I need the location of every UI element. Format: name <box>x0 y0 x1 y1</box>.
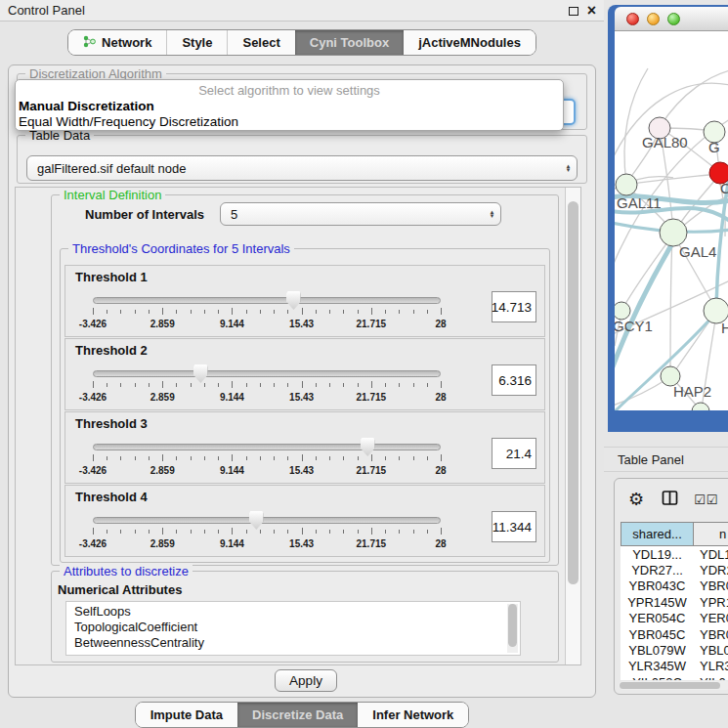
bottom-tab-label: Discretize Data <box>252 707 343 722</box>
table-row[interactable]: YPR145WYPR1 <box>621 594 728 610</box>
tab-label: Cyni Toolbox <box>310 35 389 50</box>
network-edge[interactable] <box>622 235 673 309</box>
column-header-2[interactable]: n <box>694 522 728 546</box>
horizontal-scrollbar-thumb[interactable] <box>620 682 720 689</box>
close-icon[interactable]: × <box>587 3 596 19</box>
threshold-value-field[interactable]: 6.316 <box>492 364 536 396</box>
table-row[interactable]: YDR27...YDR2 <box>621 562 728 578</box>
attributes-scrollbar[interactable] <box>507 604 518 653</box>
bottom-tab-infer-network[interactable]: Infer Network <box>358 703 468 727</box>
slider-track[interactable] <box>93 517 441 524</box>
table-row[interactable]: YBL079WYBL0 <box>621 642 728 658</box>
numerical-attributes-label: Numerical Attributes <box>58 582 182 597</box>
threshold-slider[interactable]: -3.4262.8599.14415.4321.71528 <box>93 513 441 554</box>
interval-definition-label: Interval Definition <box>60 188 165 202</box>
network-edge[interactable] <box>624 68 648 184</box>
cell-shared-name: YDL19... <box>621 547 694 562</box>
node-table[interactable]: shared...n YDL19...YDL1YDR27...YDR2YBR04… <box>621 522 728 680</box>
thresholds-group: Threshold's Coordinates for 5 Intervals … <box>60 248 550 563</box>
cell-name: YPR1 <box>694 595 728 610</box>
network-node-gal4[interactable] <box>660 219 687 246</box>
float-window-icon[interactable] <box>569 7 578 16</box>
close-traffic-light-icon[interactable] <box>626 13 639 25</box>
table-row[interactable]: YLR345WYLR3 <box>621 659 728 674</box>
threshold-slider[interactable]: -3.4262.8599.14415.4321.71528 <box>93 440 441 481</box>
checkbox-icons[interactable]: ☑☑ <box>694 492 718 507</box>
network-node-gal11[interactable] <box>616 174 637 195</box>
table-row[interactable]: YER054CYER0 <box>621 611 728 626</box>
table-data-value: galFiltered.sif default node <box>27 161 564 176</box>
split-columns-icon[interactable] <box>662 490 678 509</box>
network-edge[interactable] <box>670 236 672 373</box>
table-panel-header: Table Panel <box>604 447 728 472</box>
bottom-tab-label: Infer Network <box>372 707 453 722</box>
network-edge[interactable] <box>615 378 668 406</box>
zoom-traffic-light-icon[interactable] <box>667 13 680 25</box>
cell-name: YER0 <box>694 611 728 625</box>
cell-shared-name: YPR145W <box>621 595 694 610</box>
table-data-combobox[interactable]: galFiltered.sif default node ▲▼ <box>26 155 578 181</box>
algorithm-option-manual[interactable]: Manual Discretization <box>16 99 563 114</box>
tab-style[interactable]: Style <box>166 30 227 55</box>
tab-jactivemnodules[interactable]: jActiveMNodules <box>404 30 535 55</box>
table-row[interactable]: YBR043CYBR0 <box>621 578 728 594</box>
tab-label: Network <box>102 35 151 50</box>
tab-network[interactable]: Network <box>68 30 166 55</box>
column-header-1[interactable]: shared... <box>621 522 694 546</box>
threshold-slider[interactable]: -3.4262.8599.14415.4321.71528 <box>93 293 441 334</box>
slider-ticks <box>93 528 441 535</box>
attribute-item[interactable]: TopologicalCoefficient <box>74 620 520 635</box>
vertical-scrollbar-thumb[interactable] <box>568 201 578 584</box>
slider-scale-labels: -3.4262.8599.14415.4321.71528 <box>93 465 441 477</box>
cell-name: YDR2 <box>694 563 728 578</box>
network-node-label: H <box>721 320 728 336</box>
number-of-intervals-label: Number of Intervals <box>85 207 204 222</box>
gear-icon[interactable]: ⚙ <box>628 491 644 508</box>
algorithm-option-equal-width[interactable]: Equal Width/Frequency Discretization <box>16 114 563 130</box>
network-canvas[interactable]: GAL80GCGAL11GAL4GCY1HHAP2 <box>615 31 728 410</box>
minimize-traffic-light-icon[interactable] <box>647 13 660 25</box>
threshold-slider[interactable]: -3.4262.8599.14415.4321.71528 <box>93 366 441 407</box>
network-view-window[interactable]: GAL80GCGAL11GAL4GCY1HHAP2 <box>608 5 728 432</box>
cell-shared-name: YER054C <box>621 611 694 625</box>
slider-ticks <box>93 381 441 389</box>
tab-label: Select <box>242 35 279 50</box>
table-panel-toolbar: ⚙ ☑☑ <box>615 487 728 512</box>
horizontal-scrollbar[interactable] <box>619 681 728 690</box>
tab-cyni-toolbox[interactable]: Cyni Toolbox <box>295 30 404 55</box>
control-panel: Control Panel × NetworkStyleSelectCyni T… <box>0 0 604 728</box>
cyni-toolbox-panel: Discretization Algorithm ▲▼ Select algor… <box>8 64 596 698</box>
slider-ticks <box>93 308 441 316</box>
cell-shared-name: YBR045C <box>621 627 694 642</box>
attribute-item[interactable]: BetweennessCentrality <box>74 635 520 651</box>
bottom-tabset: Impute DataDiscretize DataInfer Network <box>135 702 470 728</box>
table-row[interactable]: YIL052CYIL0 <box>621 674 728 680</box>
slider-track[interactable] <box>93 370 441 377</box>
network-window-titlebar <box>615 7 728 31</box>
bottom-tab-discretize-data[interactable]: Discretize Data <box>237 703 358 727</box>
vertical-scrollbar[interactable] <box>565 188 580 664</box>
threshold-row-3: Threshold 3-3.4262.8599.14415.4321.71528… <box>64 411 545 484</box>
numerical-attributes-list[interactable]: SelfLoopsTopologicalCoefficientBetweenne… <box>65 601 521 656</box>
slider-track[interactable] <box>93 297 441 304</box>
apply-button[interactable]: Apply <box>275 669 337 692</box>
slider-track[interactable] <box>93 444 441 450</box>
attributes-group-label: Attributes to discretize <box>60 564 193 578</box>
threshold-value-field[interactable]: 14.713 <box>492 291 536 322</box>
tab-select[interactable]: Select <box>227 30 294 55</box>
number-of-intervals-combobox[interactable]: 5 ▲▼ <box>220 202 501 226</box>
bottom-tab-impute-data[interactable]: Impute Data <box>136 703 237 727</box>
threshold-value-field[interactable]: 11.344 <box>492 511 536 542</box>
threshold-row-2: Threshold 2-3.4262.8599.14415.4321.71528… <box>64 338 545 410</box>
table-row[interactable]: YBR045CYBR0 <box>621 626 728 642</box>
network-edge[interactable] <box>660 70 728 127</box>
threshold-label: Threshold 4 <box>75 490 148 504</box>
threshold-value-field[interactable]: 21.4 <box>492 438 536 469</box>
threshold-label: Threshold 3 <box>75 416 148 431</box>
network-node-label: HAP2 <box>673 383 711 400</box>
network-node-label: C <box>720 180 728 196</box>
combo-spinner-icon: ▲▼ <box>488 210 496 218</box>
table-row[interactable]: YDL19...YDL1 <box>621 546 728 562</box>
cell-shared-name: YBL079W <box>621 643 694 658</box>
attribute-item[interactable]: SelfLoops <box>74 604 520 620</box>
